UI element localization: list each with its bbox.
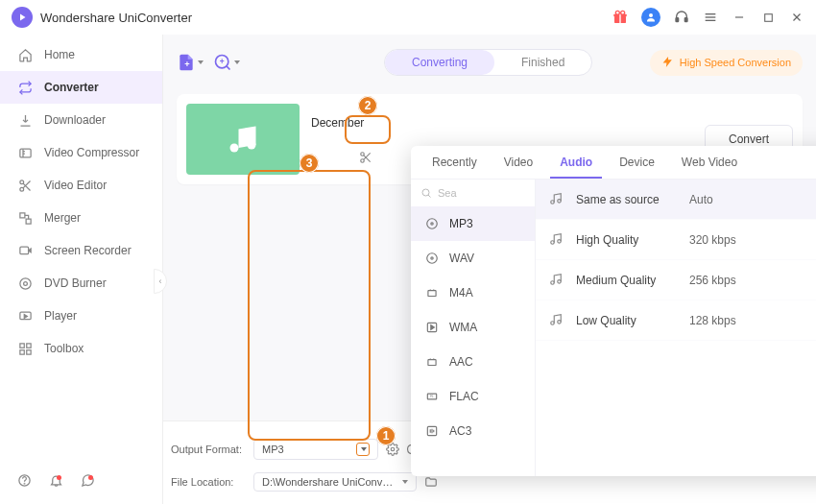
svg-point-58	[558, 239, 562, 243]
annotation-badge-1: 1	[376, 426, 396, 445]
search-placeholder: Sea	[438, 187, 457, 199]
converter-icon	[17, 80, 33, 95]
format-search[interactable]: Sea	[411, 180, 535, 206]
track-title: December	[311, 116, 364, 130]
svg-point-47	[427, 253, 438, 264]
sidebar-item-editor[interactable]: Video Editor	[0, 169, 162, 202]
svg-rect-28	[19, 349, 23, 353]
format-item-wav[interactable]: WAV	[411, 241, 535, 276]
quality-row-low[interactable]: Low Quality128 kbps	[536, 300, 816, 341]
svg-rect-26	[19, 343, 23, 347]
sidebar-item-label: Screen Recorder	[44, 244, 132, 257]
grid-icon	[17, 341, 33, 356]
svg-point-4	[621, 11, 625, 14]
avatar-icon[interactable]	[641, 8, 660, 27]
add-url-button[interactable]: +	[213, 50, 240, 75]
format-item-aac[interactable]: AAC	[411, 345, 535, 379]
message-icon[interactable]	[81, 473, 95, 491]
disc-icon	[424, 251, 440, 266]
help-icon[interactable]	[17, 473, 32, 491]
music-icon	[549, 232, 564, 248]
play-icon	[17, 308, 33, 324]
music-icon	[549, 192, 564, 207]
quality-rate: 320 kbps	[689, 233, 736, 247]
svg-point-60	[558, 279, 562, 283]
quality-name: High Quality	[576, 233, 689, 247]
tab-video[interactable]: Video	[494, 146, 542, 179]
gift-icon[interactable]	[612, 10, 628, 25]
svg-point-31	[24, 483, 25, 484]
svg-rect-21	[26, 219, 31, 224]
trim-icon[interactable]	[359, 151, 372, 164]
sidebar-item-toolbox[interactable]: Toolbox	[0, 332, 162, 365]
tab-web-video[interactable]: Web Video	[672, 146, 747, 179]
format-item-m4a[interactable]: M4A	[411, 276, 535, 310]
output-format-dropdown[interactable]: MP3	[253, 439, 378, 460]
svg-point-62	[558, 320, 562, 324]
titlebar: Wondershare UniConverter	[0, 0, 816, 35]
quality-row-same[interactable]: Same as sourceAuto	[536, 180, 816, 220]
format-item-flac[interactable]: FLFLAC	[411, 379, 535, 414]
format-label: M4A	[449, 286, 473, 300]
open-folder-icon[interactable]	[424, 475, 438, 489]
sidebar-item-recorder[interactable]: Screen Recorder	[0, 234, 162, 267]
svg-point-43	[422, 189, 429, 196]
merge-icon	[17, 210, 33, 226]
format-popover: Recently Video Audio Device Web Video Se…	[411, 146, 816, 476]
format-item-ac3[interactable]: AC3	[411, 414, 535, 448]
sidebar-item-player[interactable]: Player	[0, 300, 162, 332]
quality-row-high[interactable]: High Quality320 kbps	[536, 220, 816, 260]
add-file-button[interactable]: +	[177, 50, 204, 75]
segment-converting[interactable]: Converting	[385, 50, 494, 75]
sidebar-item-label: Toolbox	[44, 342, 84, 355]
high-speed-button[interactable]: High Speed Conversion	[650, 50, 803, 76]
popover-tabs: Recently Video Audio Device Web Video	[411, 146, 816, 180]
track-thumbnail[interactable]	[186, 104, 300, 175]
svg-point-3	[615, 11, 619, 14]
sidebar-footer	[0, 460, 162, 504]
minimize-icon[interactable]	[732, 10, 747, 25]
menu-icon[interactable]	[703, 10, 718, 25]
bell-icon[interactable]	[49, 473, 63, 491]
svg-point-46	[431, 223, 433, 225]
close-icon[interactable]	[789, 10, 804, 25]
svg-rect-12	[764, 13, 772, 21]
chip-icon	[424, 285, 440, 300]
quality-list: Same as sourceAuto High Quality320 kbps …	[536, 180, 816, 476]
tab-audio[interactable]: Audio	[550, 146, 602, 179]
sidebar-item-home[interactable]: Home	[0, 38, 162, 71]
sidebar-item-downloader[interactable]: Downloader	[0, 104, 162, 136]
maximize-icon[interactable]	[760, 10, 776, 25]
svg-point-17	[19, 187, 23, 191]
segment-finished[interactable]: Finished	[494, 50, 591, 75]
tab-recently[interactable]: Recently	[422, 146, 487, 179]
tab-device[interactable]: Device	[610, 146, 664, 179]
app-title: Wondershare UniConverter	[40, 11, 192, 25]
search-icon	[420, 187, 432, 199]
format-label: FLAC	[449, 390, 479, 403]
svg-point-42	[391, 447, 395, 451]
format-item-mp3[interactable]: MP3	[411, 206, 535, 241]
file-location-dropdown[interactable]: D:\Wondershare UniConverter 1	[253, 472, 417, 492]
svg-rect-29	[26, 349, 30, 353]
quality-name: Medium Quality	[576, 274, 689, 287]
sidebar-item-compressor[interactable]: Video Compressor	[0, 136, 162, 169]
sidebar-item-merger[interactable]: Merger	[0, 202, 162, 234]
svg-point-36	[230, 144, 239, 153]
headset-icon[interactable]	[674, 10, 689, 25]
svg-rect-6	[676, 18, 679, 22]
annotation-badge-3: 3	[300, 154, 319, 173]
sidebar-item-label: Downloader	[44, 113, 106, 127]
svg-rect-7	[684, 18, 687, 22]
sidebar-item-converter[interactable]: Converter	[0, 71, 162, 104]
compress-icon	[17, 145, 33, 160]
record-icon	[17, 243, 33, 258]
format-item-wma[interactable]: WMA	[411, 310, 535, 345]
chevron-down-icon	[356, 443, 370, 456]
lightning-icon	[661, 56, 674, 70]
quality-row-medium[interactable]: Medium Quality256 kbps	[536, 260, 816, 300]
svg-text:+: +	[220, 57, 225, 66]
sidebar-item-label: Video Compressor	[44, 146, 139, 159]
sidebar-item-dvd[interactable]: DVD Burner	[0, 267, 162, 300]
svg-text:FL: FL	[430, 395, 434, 398]
